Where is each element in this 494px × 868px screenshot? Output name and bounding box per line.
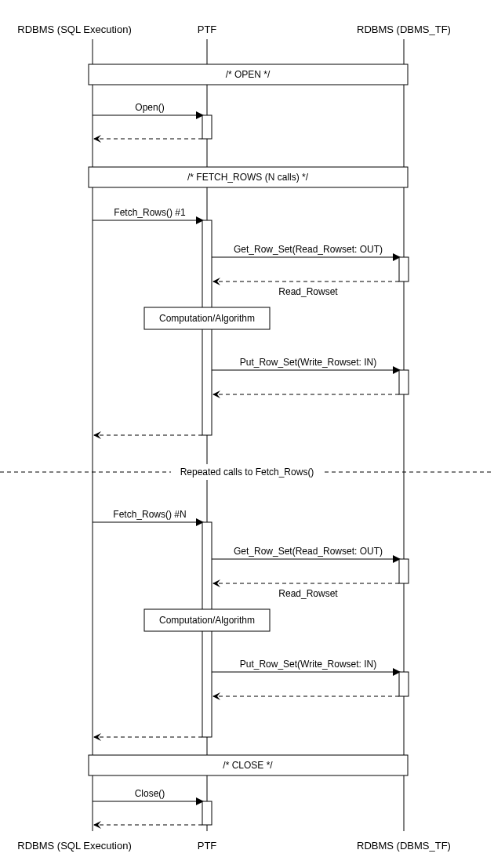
msg-put-row-set-N-label: Put_Row_Set(Write_Rowset: IN): [240, 659, 377, 670]
sequence-diagram: RDBMS (SQL Execution) PTF RDBMS (DBMS_TF…: [0, 0, 494, 868]
participant-mid-top: PTF: [198, 24, 217, 35]
msg-fetch1-label: Fetch_Rows() #1: [114, 207, 186, 218]
participant-right-top: RDBMS (DBMS_TF): [357, 24, 451, 35]
participant-right-bottom: RDBMS (DBMS_TF): [357, 840, 451, 852]
participant-mid-bottom: PTF: [198, 840, 217, 852]
msg-get-row-set-N-label: Get_Row_Set(Read_Rowset: OUT): [234, 546, 383, 557]
phase-open-label: /* OPEN */: [226, 69, 271, 80]
msg-fetchN-label: Fetch_Rows() #N: [113, 509, 186, 520]
msg-read-rowset-1-label: Read_Rowset: [278, 286, 338, 297]
activation-getN: [399, 559, 409, 583]
msg-read-rowset-N-label: Read_Rowset: [278, 588, 338, 599]
activation-putN: [399, 672, 409, 696]
msg-put-row-set-1-label: Put_Row_Set(Write_Rowset: IN): [240, 357, 377, 368]
participant-left-top: RDBMS (SQL Execution): [17, 24, 131, 35]
activation-get1: [399, 257, 409, 281]
activation-close: [202, 801, 212, 825]
phase-fetch-label: /* FETCH_ROWS (N calls) */: [187, 172, 309, 183]
divider-label: Repeated calls to Fetch_Rows(): [180, 467, 314, 478]
msg-open-call-label: Open(): [135, 102, 164, 113]
note-comp-1-label: Computation/Algorithm: [159, 313, 255, 324]
phase-close-label: /* CLOSE */: [223, 760, 273, 771]
msg-close-label: Close(): [135, 788, 165, 799]
msg-get-row-set-1-label: Get_Row_Set(Read_Rowset: OUT): [234, 244, 383, 255]
activation-open: [202, 115, 212, 139]
note-comp-N-label: Computation/Algorithm: [159, 615, 255, 626]
participant-left-bottom: RDBMS (SQL Execution): [17, 840, 131, 852]
activation-put1: [399, 370, 409, 394]
